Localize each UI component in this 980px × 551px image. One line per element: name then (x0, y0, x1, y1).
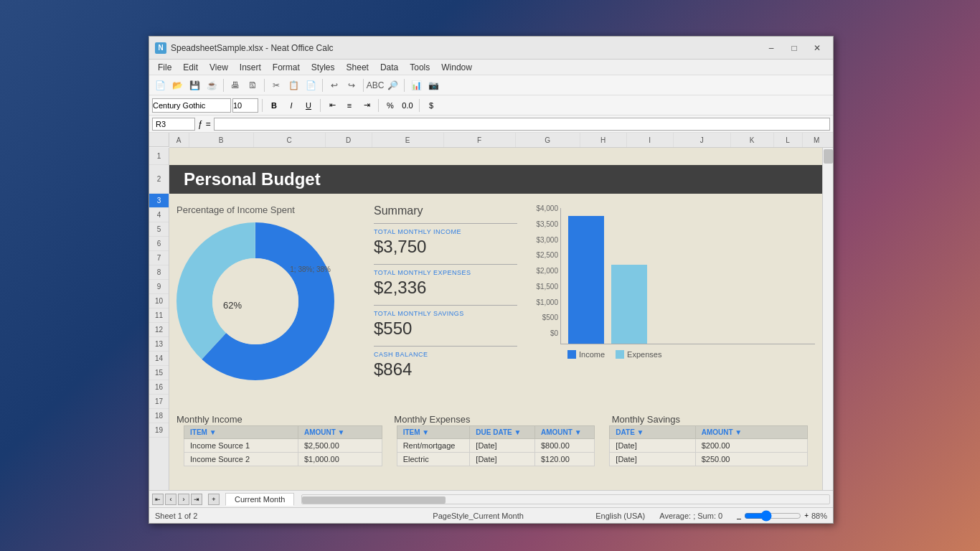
redo-button[interactable]: ↪ (344, 77, 359, 93)
monthly-income-table-block: ITEM ▼ AMOUNT ▼ (184, 425, 382, 466)
tab-last-button[interactable]: ⇥ (191, 494, 202, 505)
expense-filter-icon[interactable]: ▼ (422, 428, 429, 436)
titlebar: N SpeadsheetSample.xlsx - Neat Office Ca… (149, 37, 833, 60)
chart-button[interactable]: 📊 (408, 77, 424, 93)
spell-check-button[interactable]: ABC (367, 77, 383, 93)
separator (363, 79, 364, 92)
row-8: 8 (149, 265, 169, 280)
expenses-legend-label: Expenses (627, 350, 661, 359)
scrollbar-thumb[interactable] (824, 149, 833, 164)
vertical-scrollbar[interactable] (822, 148, 833, 490)
font-name-input[interactable]: Century Gothic (152, 98, 231, 113)
zoom-out-button[interactable]: ⎯ (737, 512, 741, 519)
align-center-button[interactable]: ≡ (341, 98, 357, 113)
expense-amount-filter-icon[interactable]: ▼ (575, 428, 582, 436)
expenses-header-row: ITEM ▼ DUE DATE ▼ AMOUNT (397, 426, 595, 439)
formatting-toolbar: Century Gothic 10 B I U ⇤ ≡ ⇥ % 0.0 $ (149, 95, 833, 116)
currency-button[interactable]: $ (423, 98, 439, 113)
separator (404, 79, 405, 92)
save-remote-button[interactable]: ☕ (204, 77, 220, 93)
font-size-input[interactable]: 10 (232, 98, 258, 113)
y-3000: $3,000 (528, 236, 558, 244)
italic-button[interactable]: I (283, 98, 299, 113)
menu-tools[interactable]: Tools (404, 61, 435, 74)
print-button[interactable]: 🖶 (227, 77, 243, 93)
expenses-legend-dot (616, 350, 624, 359)
paste-button[interactable]: 📄 (303, 77, 319, 93)
sheet-grid[interactable]: Personal Budget Percentage of Income Spe… (169, 148, 822, 490)
menu-format[interactable]: Format (267, 61, 306, 74)
tab-next-button[interactable]: › (178, 494, 189, 505)
new-button[interactable]: 📄 (152, 77, 168, 93)
tab-prev-button[interactable]: ‹ (165, 494, 176, 505)
h-scrollbar-thumb[interactable] (302, 496, 446, 504)
y-500: $500 (528, 314, 558, 321)
cell-reference-input[interactable]: R3 (152, 118, 195, 131)
column-headers: A B C D E F G H I J K L M (169, 133, 823, 148)
donut-label-62: 62% (223, 300, 242, 311)
budget-header: Personal Budget (169, 165, 822, 194)
menu-edit[interactable]: Edit (177, 61, 204, 74)
savings-amount-filter-icon[interactable]: ▼ (735, 428, 742, 436)
income-amount-1-cell: $2,500.00 (298, 439, 382, 453)
separator (264, 79, 265, 92)
cut-button[interactable]: ✂ (268, 77, 284, 93)
income-amount-2-cell: $1,000.00 (298, 453, 382, 466)
percent-button[interactable]: % (382, 98, 398, 113)
print-preview-button[interactable]: 🖻 (245, 77, 260, 93)
monthly-savings-title-cell: Monthly Savings (612, 413, 815, 425)
cash-balance-label: CASH BALANCE (374, 351, 517, 358)
number-format-button[interactable]: 0.0 (400, 98, 415, 113)
save-button[interactable]: 💾 (187, 77, 202, 93)
close-button[interactable]: ✕ (807, 41, 827, 55)
income-item-header: ITEM ▼ (184, 426, 298, 439)
monthly-expenses-table: ITEM ▼ DUE DATE ▼ AMOUNT (397, 425, 595, 466)
expense-date-filter-icon[interactable]: ▼ (514, 428, 521, 436)
menu-file[interactable]: File (152, 61, 177, 74)
menu-data[interactable]: Data (374, 61, 404, 74)
scrollbar-corner (822, 133, 833, 148)
menu-view[interactable]: View (204, 61, 234, 74)
status-right-section: ⎯ + 88% (737, 510, 827, 522)
underline-button[interactable]: U (301, 98, 316, 113)
zoom-slider[interactable] (744, 510, 801, 522)
open-button[interactable]: 📂 (169, 77, 185, 93)
formula-input[interactable] (214, 118, 830, 131)
savings-amount-1: $200.00 (695, 439, 807, 453)
find-button[interactable]: 🔎 (385, 77, 400, 93)
tab-first-button[interactable]: ⇤ (152, 494, 164, 505)
menu-insert[interactable]: Insert (234, 61, 267, 74)
copy-button[interactable]: 📋 (286, 77, 301, 93)
row-18: 18 (149, 409, 169, 423)
menu-sheet[interactable]: Sheet (341, 61, 374, 74)
summary-section: Summary TOTAL MONTHLY INCOME $3,750 TOTA… (374, 204, 517, 402)
image-button[interactable]: 📷 (425, 77, 441, 93)
table-row: Electric [Date] $120.00 (397, 453, 595, 466)
horizontal-scrollbar[interactable] (301, 494, 830, 504)
filter-dropdown-icon[interactable]: ▼ (209, 428, 217, 436)
table-row: Income Source 2 $1,000.00 (184, 453, 382, 466)
menu-window[interactable]: Window (435, 61, 478, 74)
equals-icon: = (206, 119, 211, 129)
align-left-button[interactable]: ⇤ (324, 98, 340, 113)
income-amount-header: AMOUNT ▼ (298, 426, 382, 439)
monthly-income-title-cell: Monthly Income (176, 413, 380, 425)
add-sheet-button[interactable]: + (208, 494, 220, 505)
y-0: $0 (528, 329, 558, 337)
menu-styles[interactable]: Styles (306, 61, 341, 74)
separator (419, 99, 420, 112)
bold-button[interactable]: B (266, 98, 282, 113)
budget-title: Personal Budget (184, 169, 321, 189)
col-b: B (189, 133, 254, 147)
summary-line-3 (374, 305, 517, 306)
bar-chart-wrapper: $4,000 $3,500 $3,000 $2,500 $2,000 $1,50… (528, 204, 815, 359)
filter-dropdown-icon-2[interactable]: ▼ (338, 428, 345, 436)
undo-button[interactable]: ↩ (326, 77, 342, 93)
minimize-button[interactable]: – (761, 41, 781, 55)
tab-current-month[interactable]: Current Month (225, 493, 294, 506)
row-19: 19 (149, 423, 169, 438)
maximize-button[interactable]: □ (784, 41, 804, 55)
savings-date-filter-icon[interactable]: ▼ (637, 428, 644, 436)
zoom-in-button[interactable]: + (804, 512, 809, 519)
align-right-button[interactable]: ⇥ (359, 98, 374, 113)
